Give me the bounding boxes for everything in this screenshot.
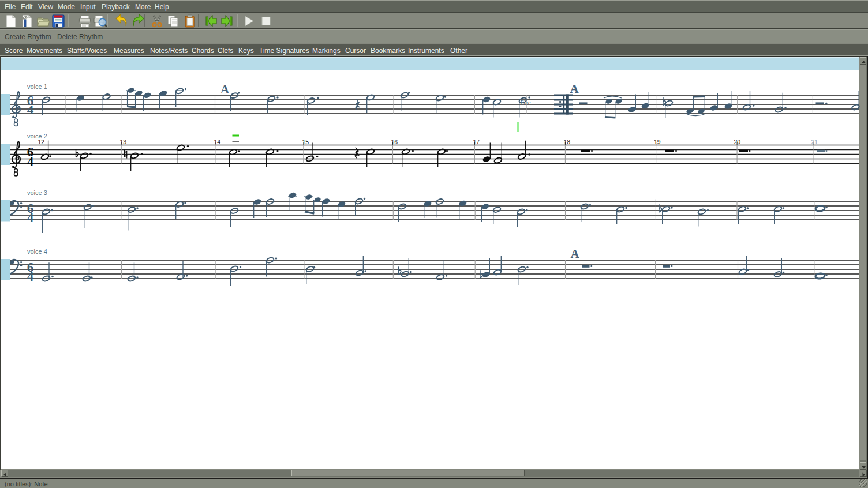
svg-text:4: 4: [27, 155, 34, 169]
svg-text:18: 18: [564, 138, 571, 145]
svg-text:20: 20: [734, 138, 741, 145]
svg-text:4: 4: [27, 103, 34, 117]
svg-text:voice 3: voice 3: [27, 189, 47, 196]
svg-text:15: 15: [302, 138, 309, 145]
svg-text:14: 14: [214, 138, 221, 145]
svg-text:4: 4: [27, 269, 34, 284]
svg-text:21: 21: [811, 138, 818, 145]
svg-text:A: A: [571, 247, 580, 261]
svg-text:A: A: [570, 82, 579, 96]
svg-text:12: 12: [38, 138, 45, 145]
svg-text:4: 4: [27, 211, 34, 225]
svg-text:16: 16: [391, 138, 398, 145]
svg-text:Fine: Fine: [519, 99, 531, 106]
svg-text:13: 13: [120, 138, 127, 145]
svg-text:A: A: [220, 82, 230, 96]
svg-text:voice 1: voice 1: [27, 83, 47, 90]
svg-text:19: 19: [654, 138, 661, 145]
svg-text:17: 17: [473, 138, 480, 145]
svg-text:voice 4: voice 4: [27, 248, 47, 255]
